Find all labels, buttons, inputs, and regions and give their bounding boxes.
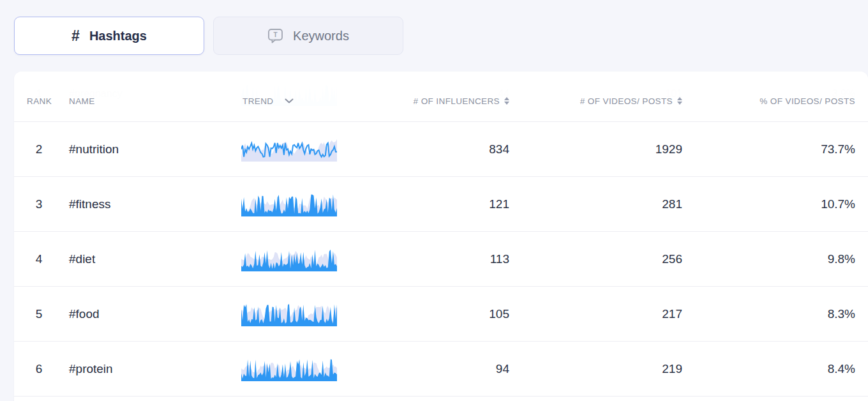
pct-cell: 9.8% (682, 252, 855, 266)
trend-sparkline (225, 192, 357, 216)
table-row[interactable]: 4 #diet 113 256 9.8% (14, 231, 868, 286)
trend-sparkline (225, 302, 357, 326)
filter-tabs: # Hashtags T Keywords (14, 17, 403, 55)
rank-cell: 3 (27, 197, 51, 211)
pct-cell: 73.7% (682, 142, 855, 156)
column-header-name: NAME (59, 96, 225, 106)
influencers-cell: 113 (357, 252, 509, 266)
rank-cell: 4 (27, 252, 51, 266)
trend-sparkline (225, 137, 357, 162)
hashtags-table-card: 1 #pregnancy 44 101 3.9% RANK NAME TREND… (14, 72, 868, 401)
column-header-rank: RANK (27, 96, 59, 106)
pct-cell: 10.7% (682, 197, 855, 211)
column-header-trend[interactable]: TREND (225, 96, 357, 106)
rank-cell: 6 (27, 362, 51, 376)
influencers-cell: 834 (357, 142, 509, 156)
influencers-cell: 105 (357, 307, 509, 321)
rank-cell: 2 (27, 142, 51, 156)
column-header-pct: % OF VIDEOS/ POSTS (682, 96, 855, 106)
hashtag-name-cell: #diet (59, 252, 225, 266)
column-header-trend-label: TREND (243, 96, 274, 106)
influencers-cell: 121 (357, 197, 509, 211)
videos-cell: 217 (509, 307, 682, 321)
tab-keywords-label: Keywords (293, 29, 349, 43)
pct-cell: 8.4% (682, 362, 855, 376)
sort-arrows-icon[interactable] (504, 97, 509, 105)
column-header-influencers[interactable]: # OF INFLUENCERS (357, 96, 509, 106)
videos-cell: 219 (509, 362, 682, 376)
tab-hashtags[interactable]: # Hashtags (14, 17, 204, 55)
tab-hashtags-label: Hashtags (89, 29, 147, 43)
table-header: 1 #pregnancy 44 101 3.9% RANK NAME TREND… (14, 72, 868, 121)
rank-cell: 5 (27, 307, 51, 321)
table-row[interactable]: 3 #fitness 121 281 10.7% (14, 176, 868, 231)
table-header-bar: RANK NAME TREND # OF INFLUENCERS # OF VI… (14, 72, 868, 121)
keyword-bubble-icon: T (267, 28, 283, 43)
influencers-cell: 94 (357, 362, 509, 376)
column-header-videos[interactable]: # OF VIDEOS/ POSTS (509, 96, 682, 106)
chevron-down-icon[interactable] (285, 98, 294, 103)
svg-text:T: T (274, 31, 278, 38)
column-header-influencers-label: # OF INFLUENCERS (414, 96, 500, 106)
table-row[interactable]: 5 #food 105 217 8.3% (14, 286, 868, 341)
hashtag-icon: # (71, 29, 80, 43)
sort-arrows-icon[interactable] (677, 97, 682, 105)
hashtag-name-cell: #protein (59, 362, 225, 376)
hashtag-name-cell: #food (59, 307, 225, 321)
column-header-videos-label: # OF VIDEOS/ POSTS (580, 96, 673, 106)
videos-cell: 1929 (509, 142, 682, 156)
tab-keywords[interactable]: T Keywords (213, 17, 403, 55)
hashtag-name-cell: #fitness (59, 197, 225, 211)
table-row[interactable]: 6 #protein 94 219 8.4% (14, 341, 868, 396)
trend-sparkline (225, 357, 357, 381)
table-row-partial (14, 396, 868, 401)
trend-sparkline (225, 247, 357, 271)
hashtag-name-cell: #nutrition (59, 142, 225, 156)
pct-cell: 8.3% (682, 307, 855, 321)
videos-cell: 256 (509, 252, 682, 266)
videos-cell: 281 (509, 197, 682, 211)
table-row[interactable]: 2 #nutrition 834 1929 73.7% (14, 121, 868, 176)
